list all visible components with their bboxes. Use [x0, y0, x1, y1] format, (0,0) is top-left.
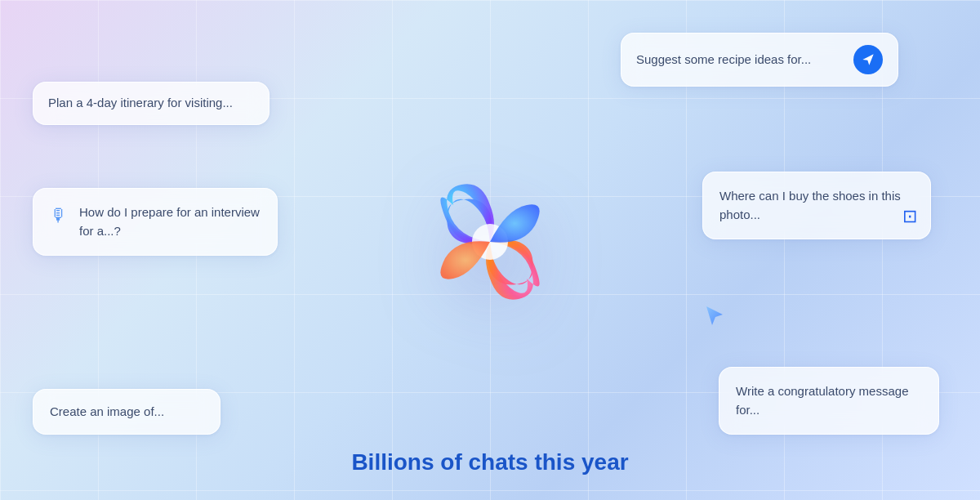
copilot-logo-svg: [408, 160, 572, 324]
send-button[interactable]: [853, 45, 883, 74]
recipe-card-text: Suggest some recipe ideas for...: [636, 51, 811, 69]
microphone-icon: 🎙: [50, 205, 68, 226]
create-image-card: Create an image of...: [33, 389, 220, 435]
interview-card: 🎙 How do I prepare for an interview for …: [33, 188, 278, 256]
recipe-card: Suggest some recipe ideas for...: [621, 33, 898, 87]
interview-card-text: How do I prepare for an interview for a.…: [79, 203, 261, 240]
camera-icon: ⊡: [902, 206, 917, 227]
itinerary-card: Plan a 4-day itinerary for visiting...: [33, 82, 270, 125]
send-icon: [862, 53, 875, 66]
shoes-card-text: Where can I buy the shoes in this photo.…: [719, 189, 901, 221]
shoes-card: Where can I buy the shoes in this photo.…: [702, 172, 931, 239]
tagline: Billions of chats this year: [351, 449, 628, 475]
copilot-logo: [408, 160, 572, 324]
congrats-card: Write a congratulatory message for...: [719, 367, 939, 435]
itinerary-card-text: Plan a 4-day itinerary for visiting...: [48, 96, 233, 109]
create-image-card-text: Create an image of...: [50, 404, 164, 418]
cursor-arrow: [702, 302, 727, 327]
congrats-card-text: Write a congratulatory message for...: [736, 384, 909, 417]
